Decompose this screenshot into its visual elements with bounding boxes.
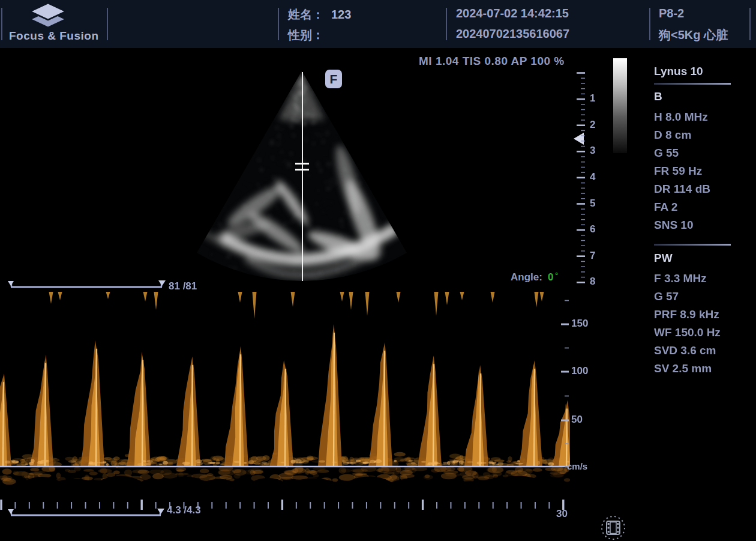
depth-label: 6: [590, 223, 603, 235]
ultrasound-screen: Focus & Fusion 姓名：123 性别： 2024-07-02 14:…: [0, 0, 756, 541]
param-line: WF 150.0 Hz: [654, 326, 721, 339]
velocity-label: 50: [571, 414, 583, 426]
param-line: SNS 10: [654, 219, 693, 232]
focus-badge: F: [325, 70, 342, 88]
depth-label: 3: [590, 145, 603, 157]
focus-marker-icon[interactable]: [574, 133, 584, 145]
velocity-unit-label: cm/s: [567, 461, 587, 471]
depth-label: 8: [590, 276, 603, 288]
top-bar: Focus & Fusion 姓名：123 性别： 2024-07-02 14:…: [0, 0, 756, 48]
param-line: F 3.3 MHz: [654, 272, 707, 285]
cine-clip-icon[interactable]: [599, 515, 628, 541]
bmode-section-title: B: [654, 90, 662, 103]
brand-diamond-icon: [26, 2, 70, 28]
sidebar-divider: [654, 83, 731, 85]
depth-label: 2: [590, 119, 603, 131]
pw-cine-counter: 4.3 /4.3: [167, 504, 201, 516]
pw-spectrum-trace: [0, 292, 570, 499]
pw-cursor-line[interactable]: [302, 72, 303, 281]
exam-datetime: 2024-07-02 14:42:15: [456, 7, 569, 20]
depth-label: 5: [590, 198, 603, 210]
param-line: SVD 3.6 cm: [654, 344, 716, 357]
time-ruler: [1, 500, 563, 510]
sidebar-divider: [654, 244, 731, 246]
divider: [749, 8, 751, 40]
param-line: PRF 8.9 kHz: [654, 308, 719, 321]
depth-label: 4: [590, 171, 603, 183]
patient-name-label: 姓名：: [288, 8, 324, 21]
angle-label: Angle:: [511, 271, 542, 283]
bmode-cine-counter: 81 /81: [169, 280, 197, 292]
brand-logo: Focus & Fusion: [0, 0, 108, 48]
velocity-label: 100: [571, 365, 588, 377]
divider: [446, 8, 447, 40]
bmode-sector-image: [165, 51, 441, 291]
pw-cine-scrubber[interactable]: [8, 509, 164, 515]
param-line: DR 114 dB: [654, 183, 710, 196]
bmode-cine-scrubber[interactable]: [8, 280, 166, 287]
probe-model: P8-2: [659, 7, 684, 20]
velocity-label: 150: [571, 318, 588, 330]
depth-label: 7: [590, 250, 603, 262]
system-name: Lynus 10: [654, 65, 703, 78]
sample-volume-gate-bottom[interactable]: [295, 169, 309, 171]
patient-name-value: 123: [331, 8, 351, 21]
exam-preset: 狗<5Kg 心脏: [659, 27, 728, 43]
depth-ruler: [577, 73, 585, 283]
divider: [278, 8, 279, 40]
param-line: FR 59 Hz: [654, 165, 702, 178]
param-line: FA 2: [654, 201, 677, 214]
angle-unit: °: [555, 271, 558, 280]
param-line: G 57: [654, 290, 679, 303]
angle-readout: Angle:0°: [511, 271, 558, 283]
divider: [649, 8, 650, 40]
depth-label: 1: [590, 92, 603, 104]
param-line: SV 2.5 mm: [654, 362, 712, 375]
param-line: H 8.0 MHz: [654, 110, 708, 124]
sample-volume-gate-top[interactable]: [295, 163, 309, 165]
exam-id: 20240702135616067: [456, 27, 569, 41]
acoustic-output-info: MI 1.04 TIS 0.80 AP 100 %: [419, 55, 565, 68]
param-line: G 55: [654, 147, 679, 160]
brand-name: Focus & Fusion: [9, 29, 99, 43]
time-axis-end-label: 30: [556, 508, 568, 520]
grayscale-bar: [613, 58, 627, 153]
param-line: D 8 cm: [654, 128, 691, 142]
gender-label: 性别：: [288, 28, 324, 41]
pw-section-title: PW: [654, 252, 673, 265]
angle-value: 0: [548, 271, 553, 283]
